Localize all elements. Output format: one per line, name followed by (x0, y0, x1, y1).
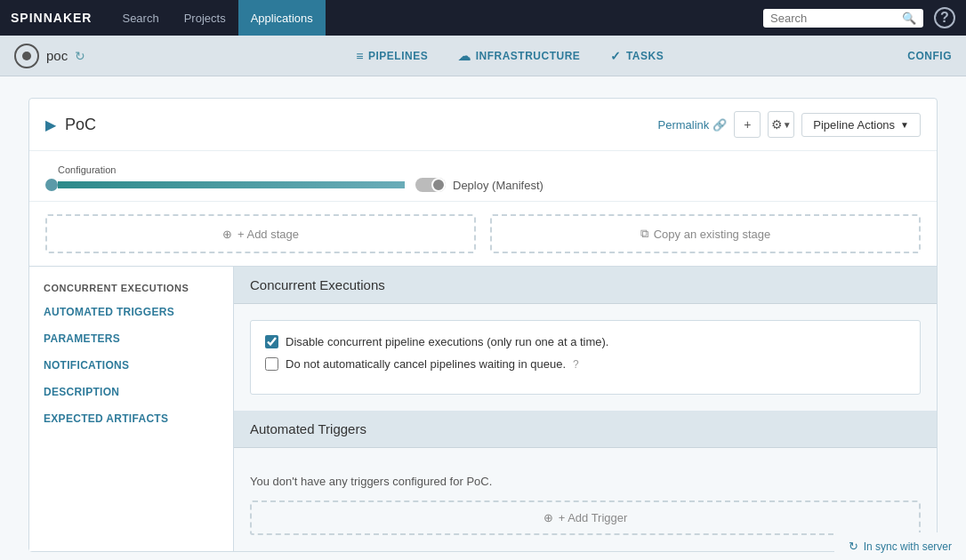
nav-link-search[interactable]: Search (109, 0, 171, 36)
copy-stage-button[interactable]: ⧉ Copy an existing stage (490, 214, 921, 253)
content-panel: Concurrent Executions Disable concurrent… (234, 266, 937, 551)
deploy-stage-label[interactable]: Deploy (Manifest) (453, 179, 543, 192)
top-nav-links: Search Projects Applications (109, 0, 763, 36)
add-trigger-button[interactable]: ⊕ + Add Trigger (250, 500, 921, 535)
deploy-stage: Deploy (Manifest) (415, 164, 543, 192)
search-icon: 🔍 (902, 12, 916, 25)
help-button[interactable]: ? (934, 7, 955, 28)
main-content: ▶ PoC Permalink 🔗 + ⚙ ▼ Pipeline Actions… (0, 76, 966, 560)
config-stage-dot[interactable] (45, 179, 58, 191)
concurrent-executions-section: Concurrent Executions Disable concurrent… (234, 267, 937, 411)
automated-triggers-body: You don't have any triggers configured f… (234, 448, 937, 551)
app-icon (14, 44, 39, 68)
add-stage-row: ⊕ + Add stage ⧉ Copy an existing stage (29, 202, 937, 266)
automated-triggers-header: Automated Triggers (234, 411, 937, 448)
plus-circle-icon: ⊕ (222, 228, 232, 241)
sidebar-section-concurrent[interactable]: CONCURRENT EXECUTIONS (29, 274, 233, 299)
add-pipeline-button[interactable]: + (734, 111, 761, 138)
do-not-cancel-checkbox[interactable] (265, 357, 278, 371)
permalink-icon: 🔗 (712, 118, 727, 132)
add-stage-button[interactable]: ⊕ + Add stage (45, 214, 476, 253)
copy-icon: ⧉ (640, 227, 648, 241)
pipeline-expand-button[interactable]: ▶ (45, 116, 56, 133)
search-input[interactable] (770, 12, 902, 25)
disable-concurrent-label: Disable concurrent pipeline executions (… (286, 335, 608, 348)
concurrent-executions-body: Disable concurrent pipeline executions (… (234, 304, 937, 411)
footer-status: ↻ In sync with server (834, 532, 966, 560)
pipeline-actions-group: Permalink 🔗 + ⚙ ▼ Pipeline Actions ▼ (658, 111, 921, 138)
sidebar-item-notifications[interactable]: NOTIFICATIONS (29, 352, 233, 379)
app-nav-pipelines[interactable]: ≡ PIPELINES (343, 44, 440, 68)
disable-concurrent-checkbox[interactable] (265, 335, 278, 348)
sidebar: CONCURRENT EXECUTIONS AUTOMATED TRIGGERS… (29, 266, 234, 551)
app-nav-infrastructure[interactable]: ☁ INFRASTRUCTURE (446, 44, 592, 68)
tasks-icon: ✓ (610, 49, 622, 63)
settings-button[interactable]: ⚙ ▼ (768, 111, 794, 138)
app-navigation: poc ↻ ≡ PIPELINES ☁ INFRASTRUCTURE ✓ TAS… (0, 36, 966, 76)
pipeline-card: ▶ PoC Permalink 🔗 + ⚙ ▼ Pipeline Actions… (28, 98, 938, 552)
app-name: poc (46, 48, 68, 63)
no-triggers-text: You don't have any triggers configured f… (250, 464, 921, 500)
top-navigation: SPINNAKER Search Projects Applications 🔍… (0, 0, 966, 36)
config-link[interactable]: CONFIG (907, 50, 952, 62)
config-stage-bar[interactable] (58, 181, 405, 188)
concurrent-executions-header: Concurrent Executions (234, 267, 937, 304)
pipeline-name: PoC (65, 116, 658, 134)
bottom-section: CONCURRENT EXECUTIONS AUTOMATED TRIGGERS… (29, 266, 937, 551)
app-nav-tasks[interactable]: ✓ TASKS (598, 44, 676, 68)
refresh-icon[interactable]: ↻ (75, 49, 85, 63)
nav-link-applications[interactable]: Applications (238, 0, 326, 36)
do-not-cancel-label: Do not automatically cancel pipelines wa… (286, 357, 566, 371)
help-icon[interactable]: ? (573, 358, 579, 371)
nav-link-projects[interactable]: Projects (172, 0, 238, 36)
config-stage: Configuration (45, 164, 405, 191)
chevron-down-icon: ▼ (783, 120, 792, 130)
sync-label: In sync with server (864, 540, 952, 553)
dropdown-icon: ▼ (900, 120, 909, 130)
sidebar-item-expected-artifacts[interactable]: EXPECTED ARTIFACTS (29, 405, 233, 432)
automated-triggers-section: Automated Triggers You don't have any tr… (234, 411, 937, 551)
pipeline-header: ▶ PoC Permalink 🔗 + ⚙ ▼ Pipeline Actions… (29, 99, 937, 151)
do-not-cancel-row: Do not automatically cancel pipelines wa… (265, 357, 906, 371)
disable-concurrent-row: Disable concurrent pipeline executions (… (265, 335, 906, 348)
brand-logo: SPINNAKER (11, 11, 92, 25)
pipeline-stages-row: Configuration Deploy (Manifest) (29, 151, 937, 202)
plus-icon: + (744, 117, 751, 132)
sidebar-item-parameters[interactable]: PARAMETERS (29, 325, 233, 352)
infrastructure-icon: ☁ (458, 49, 471, 63)
gear-icon: ⚙ (771, 117, 783, 132)
sidebar-item-description[interactable]: DESCRIPTION (29, 379, 233, 405)
app-nav-links: ≡ PIPELINES ☁ INFRASTRUCTURE ✓ TASKS (112, 44, 907, 68)
pipeline-actions-button[interactable]: Pipeline Actions ▼ (801, 113, 921, 137)
permalink-button[interactable]: Permalink 🔗 (658, 118, 728, 132)
search-box: 🔍 (763, 9, 923, 28)
sync-icon: ↻ (849, 540, 858, 553)
sidebar-item-automated-triggers[interactable]: AUTOMATED TRIGGERS (29, 299, 233, 325)
pipelines-icon: ≡ (356, 49, 364, 63)
deploy-stage-toggle[interactable] (415, 178, 446, 192)
app-title-group: poc ↻ (14, 44, 85, 68)
plus-circle-icon-trigger: ⊕ (543, 511, 553, 524)
